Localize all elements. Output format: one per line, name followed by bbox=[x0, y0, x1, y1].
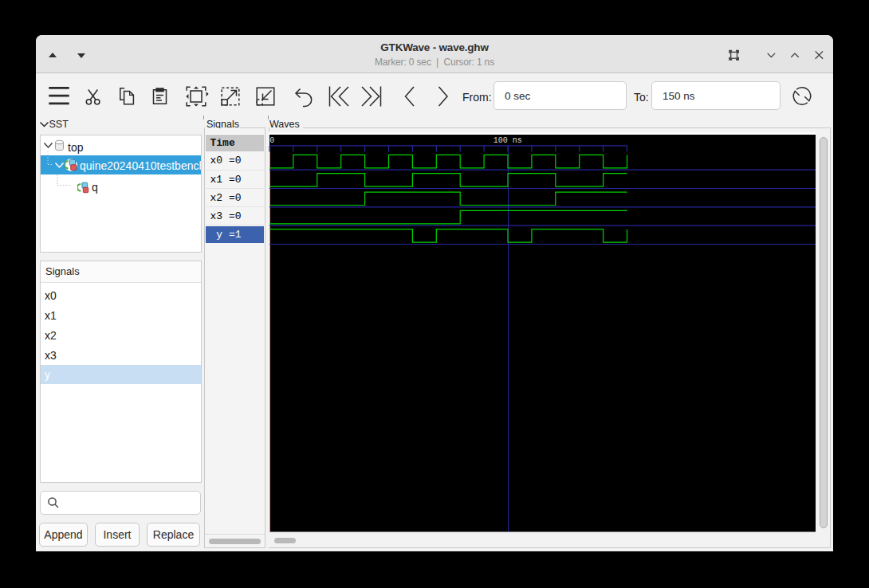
svg-text:100 ns: 100 ns bbox=[493, 136, 522, 145]
svg-text:0: 0 bbox=[269, 136, 274, 145]
